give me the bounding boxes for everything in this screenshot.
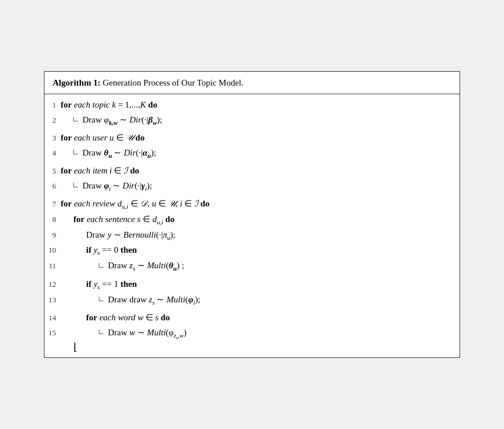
line-number: 2: [45, 114, 61, 126]
algo-line: 9Draw y ∼ Bernoulli(·|πu);: [45, 228, 459, 243]
algo-line: 6 Draw φi ∼ Dir(·|γi);: [45, 179, 459, 194]
algo-line: 15 Draw w ∼ Multi(φzs,w): [45, 326, 459, 342]
line-number: 12: [45, 279, 61, 290]
algo-line: 7for each review du,i ∈ 𝒟, u ∈ 𝒰, i ∈ ℐ …: [45, 197, 459, 212]
line-number: 13: [45, 294, 61, 306]
algorithm-header: Algorithm 1: Generation Process of Our T…: [45, 72, 459, 95]
line-content: for each sentence s ∈ du,i do: [61, 213, 459, 227]
line-number: 14: [45, 312, 61, 324]
algo-line: 5for each item i ∈ ℐ do: [45, 164, 459, 178]
algo-line: 11 Draw zs ∼ Multi(θu) ;: [45, 258, 459, 274]
algo-line: 8for each sentence s ∈ du,i do: [45, 212, 459, 228]
line-content: Draw y ∼ Bernoulli(·|πu);: [61, 228, 459, 243]
algo-line: 4 Draw θu ∼ Dir(·|αu);: [45, 146, 459, 161]
line-content: Draw φi ∼ Dir(·|γi);: [61, 179, 459, 194]
line-content: Draw zs ∼ Multi(θu) ;: [61, 259, 459, 273]
line-number: 11: [45, 260, 61, 272]
line-content: for each review du,i ∈ 𝒟, u ∈ 𝒰, i ∈ ℐ d…: [61, 197, 459, 212]
line-number: 4: [45, 147, 61, 159]
line-number: 8: [45, 214, 61, 225]
line-number: 10: [45, 245, 61, 256]
line-number: 1: [45, 99, 61, 111]
line-number: 6: [45, 180, 61, 192]
line-number: 9: [45, 230, 61, 241]
line-content: for each word w ∈ s do: [61, 311, 459, 324]
algo-line: 12if ys == 1 then: [45, 277, 459, 293]
line-content: Draw draw zs ∼ Multi(φi);: [61, 293, 459, 308]
line-content: for each item i ∈ ℐ do: [61, 164, 459, 177]
line-content: Draw θu ∼ Dir(·|αu);: [61, 146, 459, 161]
line-number: 5: [45, 165, 61, 177]
line-content: if ys == 0 then: [61, 243, 459, 258]
algo-line: 1for each topic k = 1,...,K do: [45, 98, 459, 112]
line-content: for each user u ∈ 𝒰 do: [61, 131, 459, 145]
line-content: Draw w ∼ Multi(φzs,w): [61, 326, 459, 342]
closing-bracket-content: ⌊: [61, 343, 459, 351]
line-content: for each topic k = 1,...,K do: [61, 98, 459, 112]
algo-line: 10if ys == 0 then: [45, 243, 459, 258]
line-number: 3: [45, 132, 61, 144]
algo-line: 13 Draw draw zs ∼ Multi(φi);: [45, 293, 459, 308]
line-number: 7: [45, 198, 61, 210]
algo-line: 3for each user u ∈ 𝒰 do: [45, 131, 459, 145]
algorithm-body: 1for each topic k = 1,...,K do2 Draw φk,…: [45, 94, 459, 357]
algorithm-label: Algorithm 1:: [53, 78, 101, 87]
line-content: if ys == 1 then: [61, 278, 459, 292]
line-content: Draw φk,w ∼ Dir(·|βw);: [61, 113, 459, 128]
line-number: 15: [45, 327, 61, 339]
algorithm-title: Generation Process of Our Topic Model.: [103, 78, 244, 87]
algorithm-box: Algorithm 1: Generation Process of Our T…: [44, 71, 460, 358]
algo-line: 14for each word w ∈ s do: [45, 310, 459, 325]
algo-line: 2 Draw φk,w ∼ Dir(·|βw);: [45, 113, 459, 128]
algo-closing-bracket: ⌊: [45, 342, 459, 352]
